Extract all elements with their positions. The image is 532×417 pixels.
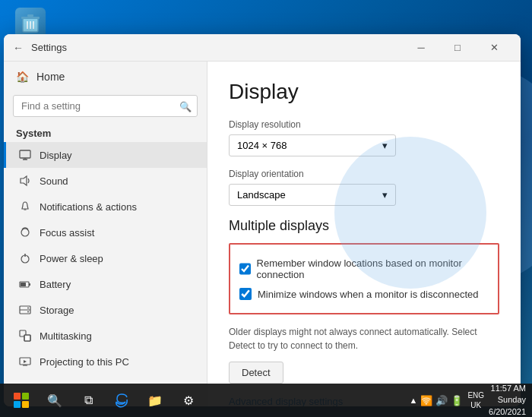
- sidebar-storage-label: Storage: [40, 305, 74, 316]
- home-label: Home: [36, 71, 65, 83]
- resolution-label: Display resolution: [229, 119, 499, 130]
- svg-point-20: [27, 311, 29, 313]
- sidebar-item-projecting[interactable]: Projecting to this PC: [4, 349, 207, 374]
- taskbar-explorer-button[interactable]: 📁: [140, 387, 170, 414]
- checkbox-row-2: Minimize windows when a monitor is disco…: [239, 284, 489, 304]
- taskbar-search-button[interactable]: 🔍: [40, 387, 70, 414]
- lang-label: ENGUK: [467, 390, 484, 410]
- svg-point-11: [21, 229, 29, 236]
- taskbar-edge-button[interactable]: [106, 387, 137, 414]
- clock-time: 11:57 AM: [489, 383, 526, 394]
- explorer-icon: 📁: [147, 393, 163, 408]
- recycle-bin-graphic: [15, 8, 46, 38]
- sidebar-search-container: 🔍: [13, 95, 198, 117]
- windows-logo-icon: [14, 393, 29, 408]
- taskbar-search-icon: 🔍: [47, 393, 62, 408]
- taskview-icon: ⧉: [84, 393, 93, 407]
- back-button[interactable]: ←: [13, 42, 24, 54]
- close-button[interactable]: ✕: [477, 36, 511, 59]
- sidebar-multitasking-label: Multitasking: [40, 330, 92, 342]
- taskbar-settings-button[interactable]: ⚙: [173, 387, 204, 414]
- minimize-button[interactable]: ─: [404, 36, 439, 59]
- win-logo-yellow: [22, 401, 29, 408]
- svg-rect-15: [29, 283, 30, 286]
- right-panel: Display Display resolution 1024 × 768 ▾ …: [207, 62, 521, 406]
- orientation-label: Display orientation: [229, 169, 499, 179]
- resolution-dropdown[interactable]: 1024 × 768 ▾: [229, 134, 396, 156]
- settings-gear-icon: ⚙: [183, 393, 194, 408]
- sidebar-item-focus[interactable]: Focus assist: [4, 220, 207, 245]
- battery-tray-icon: 🔋: [451, 395, 463, 406]
- sidebar-sound-label: Sound: [40, 175, 68, 187]
- resolution-container: Display resolution 1024 × 768 ▾: [229, 119, 499, 156]
- sidebar: 🏠 Home 🔍 System: [4, 62, 207, 406]
- svg-marker-9: [21, 176, 27, 185]
- checkbox2-label: Minimize windows when a monitor is disco…: [258, 289, 478, 300]
- settings-window: ← Settings ─ □ ✕ 🏠 Home 🔍 System: [4, 34, 521, 406]
- search-input[interactable]: [13, 95, 198, 117]
- orientation-value: Landscape: [237, 189, 286, 201]
- sidebar-item-notifications[interactable]: Notifications & actions: [4, 194, 207, 220]
- focus-icon: [18, 226, 32, 239]
- resolution-value: 1024 × 768: [237, 140, 287, 151]
- win-logo-green: [22, 393, 29, 400]
- win-logo-blue: [14, 401, 21, 408]
- sidebar-item-sound[interactable]: Sound: [4, 168, 207, 194]
- desktop: Recycle Bin ← Settings ─ □ ✕ 🏠 Home: [0, 0, 532, 417]
- sidebar-item-multitasking[interactable]: Multitasking: [4, 323, 207, 349]
- display-icon: [18, 148, 32, 162]
- multitasking-icon: [18, 329, 32, 343]
- sidebar-notifications-label: Notifications & actions: [40, 201, 137, 213]
- dropdown-arrow-icon: ▾: [382, 140, 388, 151]
- detect-button[interactable]: Detect: [229, 362, 283, 384]
- win-logo-red: [14, 393, 21, 400]
- clock-date: Sunday: [489, 394, 526, 406]
- sidebar-home[interactable]: 🏠 Home: [4, 62, 207, 92]
- svg-rect-16: [21, 283, 26, 286]
- sidebar-item-storage[interactable]: Storage: [4, 297, 207, 323]
- dropdown-arrow-icon2: ▾: [382, 189, 388, 201]
- battery-icon: [18, 277, 32, 291]
- checkbox1-label: Remember window locations based on monit…: [257, 257, 489, 280]
- svg-rect-1: [21, 17, 40, 19]
- sidebar-section-label: System: [4, 123, 207, 142]
- start-button[interactable]: [6, 387, 36, 414]
- multiple-displays-title: Multiple displays: [229, 218, 499, 234]
- sidebar-item-power[interactable]: Power & sleep: [4, 245, 207, 271]
- sound-icon: [18, 174, 32, 188]
- projecting-icon: [18, 355, 32, 368]
- language-indicator[interactable]: ENGUK: [467, 390, 484, 410]
- orientation-container: Display orientation Landscape ▾: [229, 169, 499, 206]
- taskbar-clock[interactable]: 11:57 AM Sunday 6/20/2021: [489, 383, 526, 417]
- checkbox-row-1: Remember window locations based on monit…: [239, 254, 489, 284]
- sidebar-power-label: Power & sleep: [40, 253, 103, 264]
- orientation-dropdown[interactable]: Landscape ▾: [229, 184, 396, 206]
- multiple-displays-box: Remember window locations based on monit…: [229, 243, 499, 314]
- window-title: Settings: [31, 42, 404, 53]
- page-title: Display: [229, 80, 499, 104]
- minimize-window-checkbox[interactable]: [239, 288, 252, 300]
- search-icon: 🔍: [179, 100, 192, 112]
- maximize-button[interactable]: □: [440, 36, 475, 59]
- sidebar-projecting-label: Projecting to this PC: [40, 356, 129, 368]
- arrow-up-icon[interactable]: ▲: [410, 396, 418, 405]
- taskbar-taskview-button[interactable]: ⧉: [73, 387, 103, 414]
- main-content: 🏠 Home 🔍 System: [4, 62, 521, 406]
- volume-icon: 🔊: [435, 395, 448, 406]
- sidebar-item-battery[interactable]: Battery: [4, 271, 207, 297]
- remember-window-checkbox[interactable]: [239, 263, 251, 275]
- sidebar-battery-label: Battery: [40, 279, 71, 290]
- taskbar-left: 🔍 ⧉ 📁 ⚙: [6, 387, 204, 414]
- notifications-icon: [18, 200, 32, 213]
- power-icon: [18, 251, 32, 265]
- edge-icon: [114, 393, 129, 408]
- svg-point-19: [27, 308, 29, 309]
- svg-rect-6: [20, 150, 30, 158]
- title-bar: ← Settings ─ □ ✕: [4, 34, 521, 62]
- sidebar-item-display[interactable]: Display: [4, 142, 207, 168]
- taskbar-right: ▲ 🛜 🔊 🔋 ENGUK 11:57 AM Sunday 6/20/2021: [410, 383, 527, 417]
- sidebar-focus-label: Focus assist: [40, 227, 94, 239]
- home-icon: 🏠: [16, 71, 29, 83]
- svg-rect-2: [27, 14, 33, 17]
- clock-date2: 6/20/2021: [489, 406, 526, 417]
